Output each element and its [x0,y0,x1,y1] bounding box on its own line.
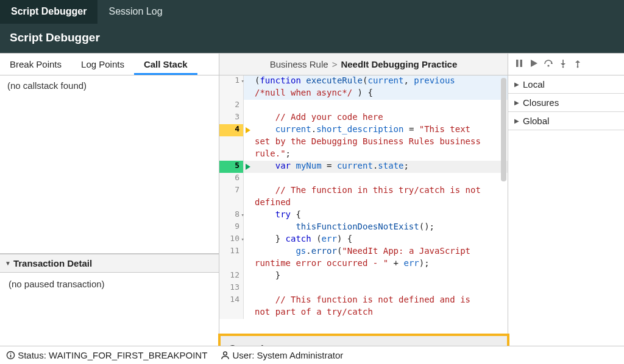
breadcrumb-name: NeedIt Debugging Practice [341,59,457,69]
scope-closures[interactable]: ▶ Closures [508,94,624,112]
gutter-line-number[interactable]: 13 [219,282,244,295]
gutter-line-number[interactable] [219,149,244,161]
triangle-down-icon: ▼ [5,260,11,267]
code-text [252,282,508,295]
code-text: set by the Debugging Business Rules busi… [252,136,508,149]
status-label: Status: [18,350,46,360]
code-line[interactable]: 14 // This function is not defined and i… [219,295,508,307]
status-bar: Status: WAITING_FOR_FIRST_BREAKPOINT Use… [0,346,624,364]
code-line[interactable]: 4 current.short_description = "This text [219,124,508,136]
gutter-marker [244,88,252,100]
gutter-marker [244,112,252,124]
gutter-line-number[interactable] [219,197,244,209]
tab-breakpoints[interactable]: Break Points [0,54,71,75]
callstack-empty: (no callstack found) [0,75,219,254]
play-button[interactable] [529,58,539,70]
gutter-line-number[interactable] [219,258,244,270]
tab-logpoints[interactable]: Log Points [71,54,134,75]
gutter-line-number[interactable] [219,307,244,319]
code-line[interactable]: 12 } [219,270,508,282]
gutter-marker [244,173,252,185]
debug-toolbar [508,54,624,75]
user-icon [221,351,230,360]
gutter-marker [244,185,252,197]
svg-point-7 [562,66,564,68]
gutter-line-number[interactable]: 6 [219,173,244,185]
gutter-line-number[interactable] [219,88,244,100]
gutter-marker [244,282,252,295]
code-text: // This function is not defined and is [252,295,508,307]
svg-rect-0 [516,60,519,67]
tab-session-log[interactable]: Session Log [98,0,173,24]
tab-callstack[interactable]: Call Stack [134,54,197,75]
code-line[interactable]: rule."; [219,149,508,161]
code-scrollbar[interactable] [501,78,506,181]
step-out-button[interactable] [573,58,583,70]
transaction-detail-header[interactable]: ▼ Transaction Detail [0,254,219,273]
page-title: Script Debugger [0,24,624,53]
code-text [252,100,508,112]
code-line[interactable]: 5 var myNum = current.state; [219,161,508,173]
gutter-line-number[interactable] [219,136,244,149]
scope-global[interactable]: ▶ Global [508,112,624,130]
code-line[interactable]: 8▾ try { [219,209,508,222]
gutter-line-number[interactable]: 5 [219,161,244,173]
code-line[interactable]: not part of a try/catch [219,307,508,319]
gutter-marker [244,161,252,173]
code-line[interactable]: 7 // The function in this try/catch is n… [219,185,508,197]
gutter-line-number[interactable]: 3 [219,112,244,124]
gutter-line-number[interactable]: 9 [219,222,244,234]
code-text: // The function in this try/catch is not [252,185,508,197]
step-over-button[interactable] [544,58,553,70]
scope-closures-label: Closures [523,97,559,108]
top-tab-bar: Script Debugger Session Log [0,0,624,24]
code-line[interactable]: 6 [219,173,508,185]
left-tab-bar: Break Points Log Points Call Stack [0,54,219,75]
gutter-marker [244,124,252,136]
breadcrumb-scope: Business Rule [270,59,328,69]
code-line[interactable]: defined [219,197,508,209]
code-line[interactable]: 9 thisFunctionDoesNotExist(); [219,222,508,234]
execution-arrow-icon [246,164,250,170]
code-text: not part of a try/catch [252,307,508,319]
gutter-marker [244,234,252,246]
fold-icon[interactable]: ▾ [241,236,244,242]
gutter-line-number[interactable]: 11 [219,246,244,258]
triangle-right-icon: ▶ [514,117,519,124]
code-line[interactable]: 13 [219,282,508,295]
code-line[interactable]: set by the Debugging Business Rules busi… [219,136,508,149]
gutter-marker [244,209,252,222]
gutter-line-number[interactable]: 8▾ [219,209,244,222]
fold-icon[interactable]: ▾ [241,212,244,218]
scope-global-label: Global [523,116,549,126]
gutter-line-number[interactable]: 1▾ [219,75,244,88]
gutter-line-number[interactable]: 2 [219,100,244,112]
code-viewport[interactable]: 1▾(function executeRule(current, previou… [219,75,508,340]
scope-local[interactable]: ▶ Local [508,75,624,94]
gutter-line-number[interactable]: 14 [219,295,244,307]
fold-icon[interactable]: ▾ [241,78,244,84]
code-line[interactable]: 3 // Add your code here [219,112,508,124]
code-text: (function executeRule(current, previous [252,75,508,88]
code-line[interactable]: 11 gs.error("NeedIt App: a JavaScript [219,246,508,258]
code-line[interactable]: 2 [219,100,508,112]
transaction-detail-label: Transaction Detail [13,258,92,268]
code-line[interactable]: 1▾(function executeRule(current, previou… [219,75,508,88]
code-text: /*null when async*/ ) { [252,88,508,100]
status-value: WAITING_FOR_FIRST_BREAKPOINT [49,350,207,360]
pause-button[interactable] [514,58,524,70]
gutter-line-number[interactable]: 4 [219,124,244,136]
code-line[interactable]: runtime error occurred - " + err); [219,258,508,270]
code-line[interactable]: /*null when async*/ ) { [219,88,508,100]
code-text: try { [252,209,508,222]
gutter-line-number[interactable]: 7 [219,185,244,197]
step-into-button[interactable] [558,58,568,70]
tab-script-debugger[interactable]: Script Debugger [0,0,98,24]
status-block: Status: WAITING_FOR_FIRST_BREAKPOINT [6,350,207,360]
code-text: gs.error("NeedIt App: a JavaScript [252,246,508,258]
svg-point-10 [577,66,579,68]
gutter-line-number[interactable]: 10▾ [219,234,244,246]
gutter-line-number[interactable]: 12 [219,270,244,282]
code-line[interactable]: 10▾ } catch (err) { [219,234,508,246]
gutter-marker [244,307,252,319]
